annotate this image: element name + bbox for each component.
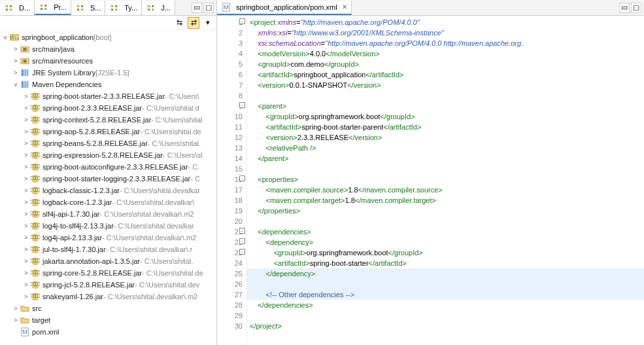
fold-toggle-icon[interactable]: -: [239, 249, 245, 255]
line-number[interactable]: 3: [217, 38, 243, 48]
code-line[interactable]: <groupId>org.springframework.boot</group…: [247, 247, 644, 258]
expand-arrow-icon[interactable]: >: [22, 128, 30, 135]
view-tab[interactable]: J...: [142, 1, 175, 15]
code-line[interactable]: <relativePath />: [247, 143, 644, 153]
line-number[interactable]: 15: [217, 164, 243, 174]
expand-arrow-icon[interactable]: >: [22, 175, 30, 182]
maximize-button[interactable]: ▢: [631, 3, 641, 13]
tree-item[interactable]: >010spring-boot-starter-logging-2.3.3.RE…: [0, 173, 216, 185]
expand-arrow-icon[interactable]: >: [12, 58, 20, 64]
code-line[interactable]: </dependencies>: [247, 300, 644, 310]
line-number[interactable]: 6: [217, 69, 243, 80]
tree-item[interactable]: >src: [0, 302, 216, 314]
line-number[interactable]: 19: [217, 206, 243, 216]
tree-item[interactable]: >010spring-boot-autoconfigure-2.3.3.RELE…: [0, 161, 216, 173]
fold-toggle-icon[interactable]: -: [239, 228, 245, 234]
expand-arrow-icon[interactable]: >: [22, 164, 30, 170]
line-number[interactable]: 26: [217, 279, 243, 289]
expand-arrow-icon[interactable]: >: [22, 152, 30, 158]
tree-item[interactable]: >src/main/java: [0, 43, 216, 55]
tree-item[interactable]: Mpom.xml: [0, 326, 216, 338]
code-line[interactable]: <artifactId>spring-boot-starter</artifac…: [247, 258, 644, 268]
code-line[interactable]: </project>: [247, 321, 644, 331]
tree-item[interactable]: >010spring-boot-starter-2.3.3.RELEASE.ja…: [0, 90, 216, 102]
expand-arrow-icon[interactable]: >: [22, 258, 30, 264]
tree-item[interactable]: >010spring-context-5.2.8.RELEASE.jar - C…: [0, 114, 216, 126]
tree-item[interactable]: >target: [0, 314, 216, 326]
line-number[interactable]: 23-: [217, 247, 243, 258]
expand-arrow-icon[interactable]: >: [22, 223, 30, 229]
link-editor-button[interactable]: ⇄: [188, 17, 199, 29]
minimize-button[interactable]: ▭: [619, 3, 630, 13]
expand-arrow-icon[interactable]: >: [22, 187, 30, 194]
tree-item[interactable]: >010spring-beans-5.2.8.RELEASE.jar - C:\…: [0, 137, 216, 149]
expand-arrow-icon[interactable]: >: [22, 140, 30, 147]
code-line[interactable]: <groupId>com.demo</groupId>: [247, 59, 644, 69]
expand-arrow-icon[interactable]: >: [22, 199, 30, 206]
tree-item[interactable]: >010logback-classic-1.2.3.jar - C:\Users…: [0, 185, 216, 196]
fold-toggle-icon[interactable]: -: [239, 18, 245, 24]
line-number[interactable]: 13: [217, 143, 243, 153]
expand-arrow-icon[interactable]: v: [12, 81, 20, 88]
code-line[interactable]: xsi:schemaLocation="http://maven.apache.…: [247, 38, 644, 48]
code-line[interactable]: </dependency>: [247, 268, 644, 279]
code-line[interactable]: <version>0.0.1-SNAPSHOT</version>: [247, 80, 644, 90]
fold-toggle-icon[interactable]: -: [239, 238, 245, 244]
view-tab[interactable]: S...: [71, 1, 106, 15]
code-line[interactable]: [247, 216, 644, 227]
expand-arrow-icon[interactable]: >: [22, 105, 30, 111]
code-line[interactable]: xmlns:xsi="http://www.w3.org/2001/XMLSch…: [247, 27, 644, 38]
code-line[interactable]: <modelVersion>4.0.0</modelVersion>: [247, 48, 644, 59]
view-menu-button[interactable]: ▾: [202, 17, 214, 29]
line-number[interactable]: 27: [217, 289, 243, 300]
tree-item[interactable]: >010spring-jcl-5.2.8.RELEASE.jar - C:\Us…: [0, 279, 216, 291]
tree-item[interactable]: >010jakarta.annotation-api-1.3.5.jar - C…: [0, 255, 216, 267]
line-number[interactable]: 29: [217, 310, 243, 321]
expand-arrow-icon[interactable]: >: [22, 117, 30, 123]
code-line[interactable]: [247, 164, 644, 174]
code-line[interactable]: [247, 90, 644, 101]
project-root[interactable]: v M↓J springboot_application [boot]: [0, 31, 216, 43]
tree-item[interactable]: >010spring-boot-2.3.3.RELEASE.jar - C:\U…: [0, 102, 216, 114]
expand-arrow-icon[interactable]: >: [22, 293, 30, 300]
expand-arrow-icon[interactable]: >: [12, 305, 20, 312]
view-tab[interactable]: Pr...: [35, 1, 71, 15]
line-number[interactable]: 11: [217, 122, 243, 132]
tree-item[interactable]: >JRE System Library [J2SE-1.5]: [0, 67, 216, 79]
line-number[interactable]: 18: [217, 195, 243, 206]
line-number[interactable]: 21-: [217, 227, 243, 237]
expand-arrow-icon[interactable]: >: [22, 211, 30, 217]
fold-toggle-icon[interactable]: -: [239, 102, 245, 108]
line-number[interactable]: 12: [217, 132, 243, 143]
line-number[interactable]: 25: [217, 268, 243, 279]
expand-arrow-icon[interactable]: >: [22, 246, 30, 253]
collapse-all-button[interactable]: ⇆: [173, 17, 185, 29]
minimize-button[interactable]: ▭: [192, 3, 202, 13]
line-number[interactable]: 20: [217, 216, 243, 227]
code-line[interactable]: <maven.compiler.source>1.8</maven.compil…: [247, 185, 644, 195]
code-line[interactable]: <dependency>: [247, 237, 644, 247]
line-number[interactable]: 24: [217, 258, 243, 268]
tree-item[interactable]: >src/main/resources: [0, 55, 216, 67]
expand-arrow-icon[interactable]: v: [1, 34, 9, 41]
code-line[interactable]: <artifactId>spring-boot-starter-parent</…: [247, 122, 644, 132]
tree-item[interactable]: >010slf4j-api-1.7.30.jar - C:\Users\shit…: [0, 208, 216, 220]
line-number[interactable]: 8: [217, 90, 243, 101]
expand-arrow-icon[interactable]: >: [12, 317, 20, 323]
tree-item[interactable]: >010log4j-api-2.13.3.jar - C:\Users\shit…: [0, 232, 216, 244]
expand-arrow-icon[interactable]: >: [12, 46, 20, 52]
fold-toggle-icon[interactable]: -: [239, 175, 245, 181]
tab-close-button[interactable]: ✕: [342, 3, 347, 10]
line-gutter[interactable]: 1-23456789-10111213141516-1718192021-22-…: [217, 16, 247, 345]
code-line[interactable]: <version>2.3.3.RELEASE</version>: [247, 132, 644, 143]
tree-item[interactable]: >010spring-expression-5.2.8.RELEASE.jar …: [0, 149, 216, 161]
line-number[interactable]: 28: [217, 300, 243, 310]
code-editor[interactable]: 1-23456789-10111213141516-1718192021-22-…: [217, 16, 644, 345]
editor-tab-pom[interactable]: M springboot_application/pom.xml ✕: [217, 1, 352, 15]
code-line[interactable]: <maven.compiler.target>1.8</maven.compil…: [247, 195, 644, 206]
code-line[interactable]: </parent>: [247, 153, 644, 164]
tree-item[interactable]: >010spring-core-5.2.8.RELEASE.jar - C:\U…: [0, 267, 216, 279]
line-number[interactable]: 2: [217, 27, 243, 38]
code-line[interactable]: <artifactId>springboot_application</arti…: [247, 69, 644, 80]
tree-item[interactable]: >010jul-to-slf4j-1.7.30.jar - C:\Users\s…: [0, 244, 216, 255]
